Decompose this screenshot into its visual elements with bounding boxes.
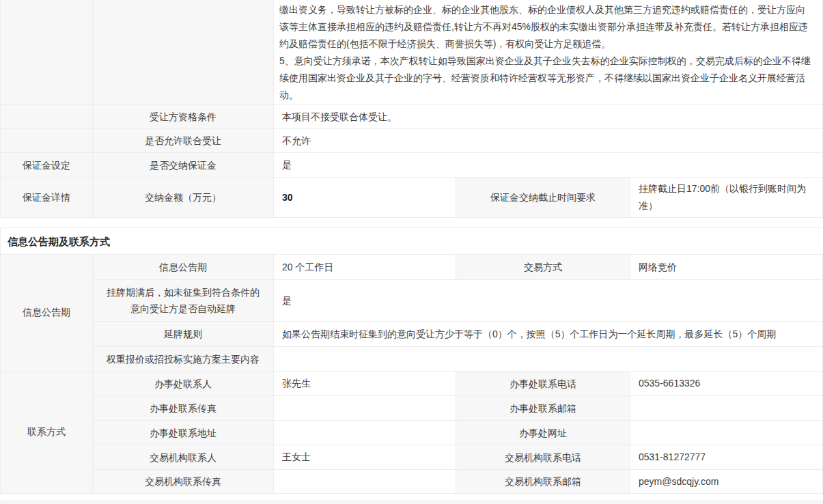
- extension-rule-label: 延牌规则: [93, 322, 274, 347]
- agency-email-label: 交易机构联系邮箱: [456, 470, 630, 494]
- office-phone-label: 办事处联系电话: [456, 372, 630, 396]
- transfer-commitment-text: 缴出资义务，导致转让方被标的企业、标的企业其他股东、标的企业债权人及其他第三方追…: [274, 0, 823, 105]
- contact-group-label: 联系方式: [1, 372, 93, 494]
- listing-detail-page: 缴出资义务，导致转让方被标的企业、标的企业其他股东、标的企业债权人及其他第三方追…: [0, 0, 823, 504]
- deposit-required-label: 是否交纳保证金: [93, 153, 274, 178]
- trade-method-label: 交易方式: [456, 255, 630, 280]
- office-email-value: [630, 396, 823, 421]
- office-website-label: 办事处网址: [456, 421, 630, 445]
- table-row: 延牌规则 如果公告期结束时征集到的意向受让方少于等于（0）个，按照（5）个工作日…: [93, 322, 823, 347]
- joint-transfer-value: 不允许: [274, 129, 823, 153]
- contact-group: 联系方式 办事处联系人 张先生 办事处联系电话 0535-6613326 办事处…: [1, 372, 823, 494]
- paragraph-line: 缴出资义务，导致转让方被标的企业、标的企业其他股东、标的企业债权人及其他第三方追…: [279, 1, 814, 53]
- announcement-period-value: 20 个工作日: [274, 255, 456, 280]
- weighted-bid-label: 权重报价或招投标实施方案主要内容: [93, 347, 274, 372]
- trade-method-value: 网络竞价: [630, 255, 823, 280]
- deposit-section-table: 缴出资义务，导致转让方被标的企业、标的企业其他股东、标的企业债权人及其他第三方追…: [0, 0, 823, 218]
- office-email-label: 办事处联系邮箱: [456, 396, 630, 421]
- deposit-amount-value: 30: [274, 178, 456, 218]
- deposit-deadline-value: 挂牌截止日17:00前（以银行到账时间为准）: [630, 178, 823, 218]
- agency-contact-label: 交易机构联系人: [93, 445, 274, 470]
- table-row: 保证金详情 交纳金额（万元） 30 保证金交纳截止时间要求 挂牌截止日17:00…: [1, 178, 823, 218]
- weighted-bid-value: [274, 347, 823, 372]
- deposit-required-value: 是: [274, 153, 823, 178]
- paragraph-line: 5、意向受让方须承诺，本次产权转让如导致国家出资企业及其子企业失去标的企业实际控…: [279, 53, 814, 104]
- table-row: 保证金设定 是否交纳保证金 是: [1, 153, 823, 178]
- qualification-label: 受让方资格条件: [93, 105, 274, 129]
- office-contact-value: 张先生: [274, 372, 456, 396]
- agency-fax-label: 交易机构联系传真: [93, 470, 274, 494]
- office-address-label: 办事处联系地址: [93, 421, 274, 445]
- extension-rule-value: 如果公告期结束时征集到的意向受让方少于等于（0）个，按照（5）个工作日为一个延长…: [274, 322, 823, 347]
- table-row: 挂牌期满后，如未征集到符合条件的意向受让方是否自动延牌 是: [93, 280, 823, 322]
- office-contact-label: 办事处联系人: [93, 372, 274, 396]
- section-title: 信息公告期及联系方式: [1, 228, 823, 255]
- table-row: 受让方资格条件 本项目不接受联合体受让。: [1, 105, 823, 129]
- table-row: 办事处联系人 张先生 办事处联系电话 0535-6613326: [93, 372, 823, 396]
- section-gap: [0, 494, 823, 501]
- table-row: 办事处联系传真 办事处联系邮箱: [93, 396, 823, 421]
- announcement-group-label: 信息公告期: [1, 255, 93, 372]
- table-row: 信息公告期 20 个工作日 交易方式 网络竞价: [93, 255, 823, 280]
- group-cell-empty: [1, 0, 93, 105]
- auto-extension-value: 是: [274, 280, 823, 322]
- agency-phone-value: 0531-81272777: [630, 445, 823, 470]
- joint-transfer-label: 是否允许联合受让: [93, 129, 274, 153]
- table-row: 缴出资义务，导致转让方被标的企业、标的企业其他股东、标的企业债权人及其他第三方追…: [1, 0, 823, 105]
- table-row: 交易机构联系人 王女士 交易机构联系电话 0531-81272777: [93, 445, 823, 470]
- deposit-amount-label: 交纳金额（万元）: [93, 178, 274, 218]
- agency-phone-label: 交易机构联系电话: [456, 445, 630, 470]
- office-phone-value: 0535-6613326: [630, 372, 823, 396]
- group-cell-empty: [1, 105, 93, 129]
- table-row: 办事处联系地址 办事处网址: [93, 421, 823, 445]
- agency-email-value: peym@sdcqjy.com: [630, 470, 823, 494]
- auto-extension-label: 挂牌期满后，如未征集到符合条件的意向受让方是否自动延牌: [93, 280, 274, 322]
- deposit-detail-group-label: 保证金详情: [1, 178, 93, 218]
- deposit-deadline-label: 保证金交纳截止时间要求: [456, 178, 630, 218]
- agency-contact-value: 王女士: [274, 445, 456, 470]
- table-row: 权重报价或招投标实施方案主要内容: [93, 347, 823, 372]
- announcement-period-label: 信息公告期: [93, 255, 274, 280]
- office-website-value: [630, 421, 823, 445]
- table-row: 是否允许联合受让 不允许: [1, 129, 823, 153]
- office-address-value: [274, 421, 456, 445]
- announcement-period-group: 信息公告期 信息公告期 20 个工作日 交易方式 网络竞价 挂牌期满后，如未征集…: [1, 255, 823, 372]
- table-row: 交易机构联系传真 交易机构联系邮箱 peym@sdcqjy.com: [93, 470, 823, 494]
- next-section-strip: [0, 501, 823, 504]
- announcement-contact-section: 信息公告期及联系方式 信息公告期 信息公告期 20 个工作日 交易方式 网络竞价…: [0, 227, 823, 494]
- office-fax-value: [274, 396, 456, 421]
- group-cell-empty: [1, 129, 93, 153]
- qualification-value: 本项目不接受联合体受让。: [274, 105, 823, 129]
- section-gap: [0, 218, 823, 227]
- agency-fax-value: [274, 470, 456, 494]
- deposit-setting-group-label: 保证金设定: [1, 153, 93, 178]
- label-cell-empty: [93, 0, 274, 105]
- office-fax-label: 办事处联系传真: [93, 396, 274, 421]
